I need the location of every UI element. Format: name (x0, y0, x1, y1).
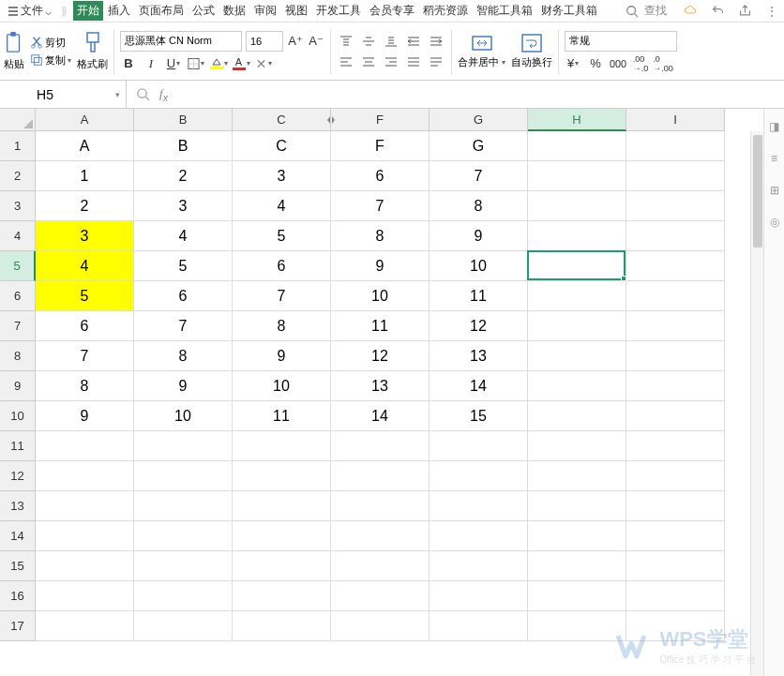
cell[interactable]: 15 (430, 401, 528, 431)
ribbon-tab[interactable]: 稻壳资源 (419, 1, 472, 21)
name-box[interactable]: ▾ (0, 81, 127, 108)
cell[interactable] (233, 551, 331, 581)
row-header[interactable]: 13 (0, 491, 36, 521)
cell[interactable]: 5 (36, 281, 134, 311)
ribbon-tab[interactable]: 开发工具 (312, 1, 365, 21)
cell[interactable]: B (134, 131, 233, 161)
cell[interactable]: 6 (331, 161, 430, 191)
column-header[interactable]: H (528, 109, 626, 131)
ribbon-tab[interactable]: 智能工具箱 (473, 1, 536, 21)
cell[interactable]: 7 (430, 161, 528, 191)
cell[interactable]: 9 (134, 371, 233, 401)
cell[interactable]: 7 (134, 311, 233, 341)
row-header[interactable]: 11 (0, 431, 36, 461)
cell[interactable] (134, 491, 233, 521)
cell[interactable]: C (233, 131, 331, 161)
cell[interactable] (528, 611, 626, 641)
cell[interactable]: 10 (134, 401, 233, 431)
cell[interactable] (626, 551, 725, 581)
format-painter-button[interactable]: 格式刷 (77, 31, 108, 71)
cell[interactable] (528, 311, 626, 341)
cell[interactable] (626, 251, 725, 281)
font-name-select[interactable] (120, 31, 242, 52)
side-panel-icon[interactable]: ◎ (770, 216, 779, 229)
cell[interactable] (528, 401, 626, 431)
cell[interactable] (331, 431, 430, 461)
decrease-indent-button[interactable] (404, 33, 423, 50)
orientation-button[interactable] (427, 53, 445, 70)
cell[interactable]: 3 (134, 191, 233, 221)
cell[interactable]: 8 (430, 191, 528, 221)
row-header[interactable]: 12 (0, 461, 36, 491)
vertical-scrollbar[interactable] (750, 131, 763, 676)
font-size-select[interactable] (246, 31, 283, 52)
cell[interactable] (430, 431, 528, 461)
cell[interactable] (36, 611, 134, 641)
align-middle-button[interactable] (359, 33, 378, 50)
align-right-button[interactable] (382, 53, 400, 70)
share-icon[interactable] (738, 4, 752, 18)
row-header[interactable]: 6 (0, 281, 36, 311)
cell[interactable]: 9 (331, 251, 430, 281)
row-header[interactable]: 14 (0, 521, 36, 551)
cell[interactable] (528, 131, 626, 161)
cell[interactable]: 10 (233, 371, 331, 401)
align-top-button[interactable] (337, 33, 355, 50)
cell[interactable]: 6 (36, 311, 134, 341)
cell[interactable] (331, 491, 430, 521)
cell[interactable] (331, 581, 430, 611)
column-header[interactable]: B (134, 109, 233, 131)
cell[interactable] (528, 461, 626, 491)
cell[interactable] (36, 581, 134, 611)
cell[interactable] (528, 161, 626, 191)
cell[interactable] (233, 491, 331, 521)
cell[interactable] (233, 581, 331, 611)
cell[interactable] (528, 581, 626, 611)
cell[interactable]: 8 (233, 311, 331, 341)
row-header[interactable]: 3 (0, 191, 36, 221)
ribbon-tab[interactable]: 视图 (281, 1, 311, 21)
cell[interactable]: 1 (36, 161, 134, 191)
cell[interactable] (626, 461, 725, 491)
cell[interactable]: A (36, 131, 134, 161)
cell[interactable]: 6 (233, 251, 331, 281)
search-icon[interactable] (626, 5, 639, 18)
font-color-button[interactable]: A (233, 55, 249, 72)
cell[interactable] (430, 551, 528, 581)
cell[interactable]: 12 (331, 341, 430, 371)
percent-button[interactable]: % (587, 55, 604, 72)
cell[interactable] (233, 431, 331, 461)
cell[interactable] (134, 431, 233, 461)
fx-icon[interactable]: fx (159, 86, 168, 103)
ribbon-tab[interactable]: 页面布局 (135, 1, 188, 21)
side-panel-icon[interactable]: ◨ (769, 120, 779, 133)
cell[interactable] (430, 611, 528, 641)
bold-button[interactable]: B (120, 55, 137, 72)
cell[interactable]: 11 (430, 281, 528, 311)
column-header[interactable]: I (626, 109, 725, 131)
comma-button[interactable]: 000 (610, 55, 626, 72)
cell[interactable] (626, 311, 725, 341)
cell[interactable] (528, 491, 626, 521)
undo-icon[interactable] (711, 4, 725, 18)
cell[interactable]: 9 (233, 341, 331, 371)
cell[interactable] (626, 401, 725, 431)
cell[interactable] (331, 611, 430, 641)
search-placeholder[interactable]: 查找 (644, 3, 667, 19)
cell[interactable] (134, 551, 233, 581)
ribbon-tab[interactable]: 插入 (104, 1, 134, 21)
decrease-font-button[interactable]: A⁻ (308, 33, 324, 50)
cell[interactable] (134, 611, 233, 641)
cell[interactable] (626, 491, 725, 521)
cell[interactable]: 2 (134, 161, 233, 191)
cell[interactable] (331, 461, 430, 491)
cell[interactable]: 14 (430, 371, 528, 401)
row-header[interactable]: 15 (0, 551, 36, 581)
cell[interactable]: 9 (430, 221, 528, 251)
cell[interactable]: 4 (233, 191, 331, 221)
decrease-decimal-button[interactable]: .0→.00 (655, 55, 671, 72)
merge-center-button[interactable]: 合并居中 (458, 33, 505, 69)
cell[interactable] (36, 551, 134, 581)
cell[interactable]: 7 (233, 281, 331, 311)
more-icon[interactable]: ⋮ (765, 4, 780, 19)
